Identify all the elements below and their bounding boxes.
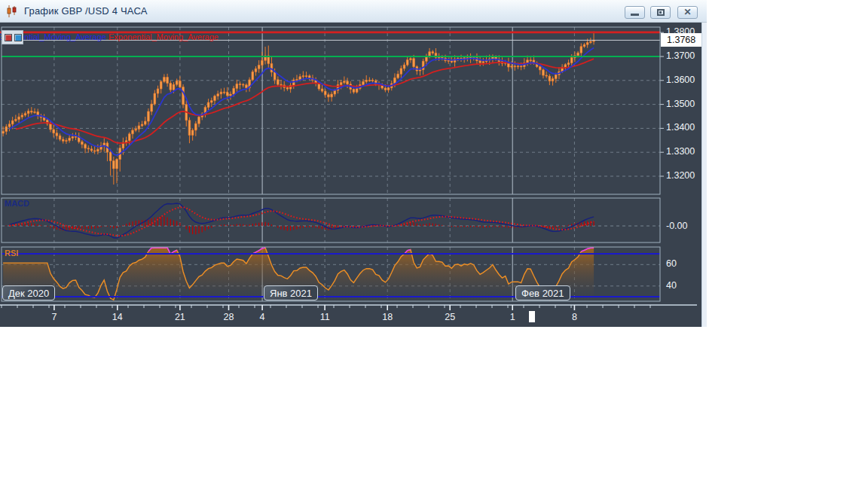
- chart-canvas: [0, 23, 701, 327]
- month-label-1: Янв 2021: [264, 285, 318, 300]
- time-label-7[interactable]: 7: [51, 312, 57, 322]
- price-tick-1.3200: 1.3200: [666, 170, 695, 181]
- time-label-8[interactable]: 8: [572, 312, 577, 322]
- indicator-color-box[interactable]: [2, 30, 23, 44]
- candlestick-chart-icon: [6, 5, 20, 18]
- month-label-0: Дек 2020: [2, 285, 55, 300]
- chart-window: График GBP /USD 4 ЧАСА ✕ Exponential_Mov…: [0, 0, 707, 327]
- titlebar[interactable]: График GBP /USD 4 ЧАСА ✕: [0, 0, 707, 23]
- restore-icon: [651, 7, 670, 18]
- right-scrollbar[interactable]: [701, 23, 707, 327]
- time-label-14[interactable]: 14: [112, 312, 123, 322]
- minimize-button[interactable]: [625, 6, 645, 19]
- time-label-1[interactable]: 1: [510, 312, 515, 322]
- chart-area[interactable]: [0, 23, 701, 327]
- month-label-2: Фев 2021: [515, 285, 570, 300]
- price-tick-1.3700: 1.3700: [666, 50, 695, 61]
- red-swatch-icon[interactable]: [5, 34, 12, 41]
- current-price-badge: 1.3768: [661, 33, 701, 47]
- time-cursor[interactable]: [529, 311, 535, 322]
- time-label-4[interactable]: 4: [260, 312, 265, 322]
- time-label-28[interactable]: 28: [224, 312, 234, 322]
- time-label-18[interactable]: 18: [382, 312, 393, 322]
- price-tick-1.3400: 1.3400: [666, 122, 695, 133]
- close-button[interactable]: ✕: [677, 6, 698, 19]
- blue-swatch-icon[interactable]: [14, 34, 22, 41]
- restore-button[interactable]: [650, 6, 671, 19]
- macd-panel-label: MACD: [5, 199, 29, 208]
- price-tick-1.3300: 1.3300: [666, 146, 695, 157]
- legend-item-ma-red: Exponential_Moving_Average: [108, 32, 219, 41]
- time-label-11[interactable]: 11: [320, 312, 330, 322]
- window-title: График GBP /USD 4 ЧАСА: [24, 5, 148, 17]
- macd-axis-value: -0.00: [666, 221, 688, 231]
- close-icon: ✕: [678, 7, 697, 18]
- rsi-tick-40: 40: [666, 280, 677, 291]
- minimize-icon: [625, 7, 644, 18]
- rsi-tick-60: 60: [666, 258, 677, 269]
- price-tick-1.3500: 1.3500: [666, 99, 695, 109]
- time-label-25[interactable]: 25: [445, 312, 455, 322]
- time-label-21[interactable]: 21: [175, 312, 185, 322]
- price-tick-1.3600: 1.3600: [666, 75, 695, 85]
- rsi-panel-label: RSI: [5, 249, 18, 258]
